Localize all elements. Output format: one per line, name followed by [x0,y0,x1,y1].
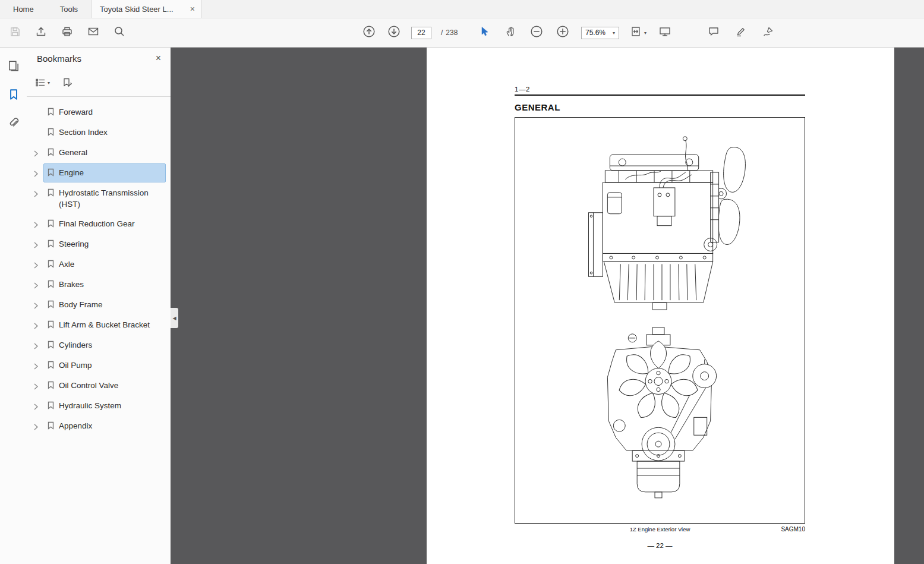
bookmark-label[interactable]: Body Frame [59,299,103,310]
document-tab-label: Toyota Skid Steer L... [100,5,174,14]
tab-bar: Home Tools Toyota Skid Steer L... × [0,0,924,18]
chevron-right-icon[interactable] [34,235,43,251]
chevron-right-icon[interactable] [34,184,43,200]
page-thumbnails-button[interactable] [7,59,20,75]
bookmark-item[interactable]: Section Index [27,123,171,142]
zoom-out-icon [530,25,543,40]
bookmarks-panel-title: Bookmarks [37,53,81,64]
bookmark-item[interactable]: General [27,143,171,162]
page-fit-icon [630,26,642,40]
zoom-out-button[interactable] [529,25,544,40]
tab-tools[interactable]: Tools [47,0,91,18]
collapse-panel-button[interactable]: ◀ [171,308,178,328]
bookmark-item[interactable]: Hydrostatic Transmission (HST) [27,184,171,213]
figure-caption: 1Z Engine Exterior View [630,526,690,533]
search-button[interactable] [112,25,127,40]
bookmark-label[interactable]: Engine [59,167,84,178]
comment-icon [708,26,720,40]
new-bookmark-button[interactable] [62,77,73,89]
hand-tool-button[interactable] [503,25,518,40]
sign-button[interactable] [761,25,776,40]
select-tool-button[interactable] [477,25,492,40]
chevron-right-icon[interactable] [34,316,43,332]
comment-button[interactable] [706,25,721,40]
bookmark-item[interactable]: Engine [27,163,171,182]
next-page-button[interactable] [386,25,402,40]
bookmark-item[interactable]: Steering [27,235,171,254]
close-icon[interactable]: × [190,5,195,13]
chevron-right-icon[interactable] [34,143,43,159]
chevron-right-icon[interactable] [34,396,43,412]
bookmark-label[interactable]: Section Index [59,127,108,138]
bookmark-icon [48,319,54,331]
chevron-right-icon[interactable] [34,255,43,271]
bookmark-label[interactable]: Cylinders [59,339,92,351]
chevron-right-icon[interactable] [34,356,43,372]
bookmark-item[interactable]: Oil Control Valve [27,376,171,395]
bookmark-icon [48,380,54,392]
close-icon[interactable]: × [156,53,161,63]
chevron-right-icon[interactable] [34,163,43,179]
chevron-right-icon[interactable] [34,376,43,392]
chevron-right-icon[interactable] [34,215,43,231]
bookmark-item[interactable]: Axle [27,255,171,274]
main-toolbar: /238 75.6% ▾ [0,18,924,48]
attachments-button[interactable] [7,116,20,132]
page-header-label: 1—2 [515,86,530,93]
engine-figure [515,118,805,523]
bookmark-label[interactable]: Oil Pump [59,360,92,371]
share-upload-icon [35,26,47,40]
bookmark-item[interactable]: Foreward [27,103,171,122]
reading-mode-button[interactable] [657,25,673,40]
bookmark-label[interactable]: Appendix [59,420,92,431]
chevron-right-icon[interactable] [34,336,43,352]
bookmarks-panel-toolbar: ▾ [27,69,171,97]
tab-document[interactable]: Toyota Skid Steer L... × [91,0,201,18]
print-button[interactable] [59,25,75,40]
share-button[interactable] [33,25,49,40]
zoom-level-value: 75.6% [585,29,606,37]
bookmark-label[interactable]: Oil Control Valve [59,380,118,391]
tab-home[interactable]: Home [0,0,47,18]
reading-mode-icon [658,26,671,40]
previous-page-button[interactable] [361,25,377,40]
bookmark-icon [48,106,54,118]
bookmark-label[interactable]: Brakes [59,279,84,290]
email-button[interactable] [86,25,101,40]
page-display-button[interactable]: ▾ [630,26,647,40]
bookmark-label[interactable]: Axle [59,259,74,270]
highlight-button[interactable] [733,25,749,40]
save-button[interactable] [7,25,23,40]
bookmark-item[interactable]: Cylinders [27,336,171,355]
bookmark-item[interactable]: Oil Pump [27,356,171,375]
bookmark-label[interactable]: Steering [59,238,89,250]
bookmark-item[interactable]: Hydraulic System [27,396,171,415]
bookmark-item[interactable]: Lift Arm & Bucket Bracket [27,316,171,335]
header-rule [515,94,805,96]
navigation-rail [0,48,27,564]
bookmark-item[interactable]: Appendix [27,417,171,436]
zoom-level-select[interactable]: 75.6% ▾ [581,27,619,39]
pointer-icon [478,26,490,40]
chevron-right-icon[interactable] [34,275,43,291]
bookmark-label[interactable]: Foreward [59,106,93,118]
engine-front-view-drawing [607,327,716,498]
bookmarks-panel-button[interactable] [7,88,20,103]
bookmark-options-button[interactable]: ▾ [35,77,50,88]
bookmark-label[interactable]: Hydrostatic Transmission (HST) [59,187,162,210]
page-number-input[interactable] [411,27,431,39]
bookmarks-list: Foreward Section Index General [27,97,171,436]
section-title: GENERAL [515,102,560,112]
bookmark-label[interactable]: General [59,147,87,158]
bookmark-item[interactable]: Brakes [27,275,171,294]
chevron-right-icon[interactable] [34,417,43,433]
bookmark-item[interactable]: Final Reduction Gear [27,215,171,234]
bookmark-label[interactable]: Final Reduction Gear [59,218,135,229]
bookmark-label[interactable]: Lift Arm & Bucket Bracket [59,319,150,330]
chevron-down-icon: ▾ [613,30,615,36]
hand-icon [504,26,516,40]
bookmark-item[interactable]: Body Frame [27,295,171,314]
bookmark-label[interactable]: Hydraulic System [59,400,121,411]
zoom-in-button[interactable] [555,25,570,40]
chevron-right-icon[interactable] [34,295,43,311]
